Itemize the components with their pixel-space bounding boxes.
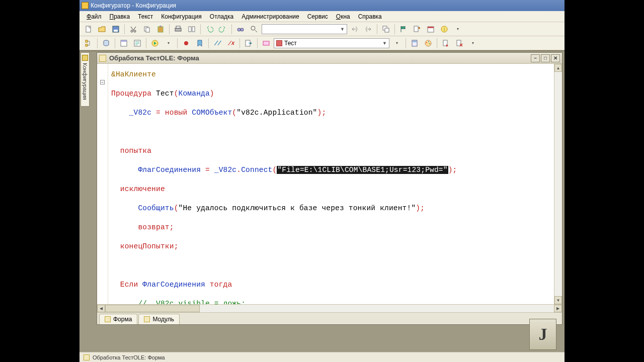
doc-x-icon <box>455 39 463 47</box>
svg-rect-20 <box>428 27 434 28</box>
app-icon <box>82 2 89 9</box>
find-button[interactable] <box>234 24 247 35</box>
help-dd-button[interactable]: ▾ <box>452 24 464 35</box>
open-button[interactable] <box>96 24 108 35</box>
maximize-button[interactable]: □ <box>541 54 550 62</box>
svg-rect-27 <box>121 40 127 42</box>
save-button[interactable] <box>110 24 122 35</box>
code-text: &НаКлиенте Процедура Тест(Команда) _V82c… <box>97 64 554 304</box>
proc-dd-button[interactable]: ▾ <box>391 38 403 49</box>
scroll-left-button[interactable]: ◀ <box>97 305 105 312</box>
separator <box>377 24 377 34</box>
svg-rect-10 <box>176 26 180 28</box>
tool-e-button[interactable]: ▾ <box>467 38 479 49</box>
update-db-button[interactable] <box>100 38 112 49</box>
hscroll-thumb[interactable] <box>105 305 200 312</box>
fold-toggle[interactable]: − <box>100 80 105 84</box>
nav-fwd-button[interactable] <box>362 24 374 35</box>
play-icon <box>151 39 159 47</box>
separator <box>437 38 437 48</box>
chevron-down-icon: ▾ <box>165 39 173 47</box>
close-button[interactable]: ✕ <box>551 54 560 62</box>
open-form-button[interactable] <box>118 38 130 49</box>
proc-icon <box>262 39 270 47</box>
scroll-track[interactable] <box>554 72 562 296</box>
copy-button[interactable] <box>141 24 153 35</box>
tab-module[interactable]: Модуль <box>138 314 180 324</box>
compare-button[interactable] <box>186 24 198 35</box>
proc-button[interactable] <box>260 38 272 49</box>
breakpoint-button[interactable] <box>180 38 192 49</box>
breakpoint-icon <box>182 39 190 47</box>
tool-c-button[interactable] <box>440 38 452 49</box>
paste-icon <box>156 25 165 33</box>
calendar-button[interactable] <box>425 24 437 35</box>
menubar: Файл Правка Текст Конфигурация Отладка А… <box>79 11 565 22</box>
inner-window: Обработка ТестOLE: Форма – □ ✕ − &НаКлие… <box>97 52 562 325</box>
tab-form-label: Форма <box>113 316 132 323</box>
cut-button[interactable] <box>127 24 139 35</box>
menu-edit[interactable]: Правка <box>107 12 133 21</box>
scroll-down-button[interactable]: ▼ <box>554 296 562 304</box>
syntax-check-button[interactable] <box>397 24 410 35</box>
doc-arrow-icon <box>442 39 450 47</box>
help-button[interactable]: i <box>438 24 450 35</box>
duplicate-button[interactable] <box>380 24 392 35</box>
svg-rect-24 <box>86 44 88 46</box>
svg-point-30 <box>184 41 188 45</box>
scroll-right-button[interactable]: ▶ <box>554 305 562 312</box>
vertical-scrollbar[interactable]: ▲ ▼ <box>554 64 562 304</box>
menu-admin[interactable]: Администрирование <box>238 12 302 21</box>
tool-a-button[interactable] <box>409 38 421 49</box>
svg-point-14 <box>240 28 244 31</box>
search-combo[interactable]: ▼ <box>262 24 347 34</box>
procedure-combo[interactable]: Тест ▼ <box>274 38 389 48</box>
menu-config[interactable]: Конфигурация <box>158 12 205 21</box>
svg-rect-23 <box>86 40 88 42</box>
toolbar-main: ▼ i ▾ <box>79 22 565 36</box>
new-file-button[interactable] <box>83 24 95 35</box>
print-button[interactable] <box>172 24 184 35</box>
run-debug-button[interactable] <box>149 38 161 49</box>
svg-rect-32 <box>263 41 269 45</box>
app-window: Конфигуратор - Конфигурация Файл Правка … <box>79 0 565 362</box>
uncomment-button[interactable]: /x <box>225 38 237 49</box>
tool-b-button[interactable] <box>422 38 434 49</box>
menu-debug[interactable]: Отладка <box>207 12 236 21</box>
tool-d-button[interactable] <box>453 38 465 49</box>
work-area: Конфигурация Обработка ТестOLE: Форма – … <box>79 50 565 352</box>
goto-button[interactable] <box>243 38 255 49</box>
undo-button[interactable] <box>203 24 215 35</box>
redo-button[interactable] <box>217 24 229 35</box>
statusbar: Обработка ТестOLE: Форма <box>79 352 565 362</box>
copy-icon <box>143 25 151 33</box>
config-tree-button[interactable] <box>83 38 95 49</box>
tab-form[interactable]: Форма <box>99 314 137 324</box>
zoom-button[interactable] <box>248 24 260 35</box>
open-module-button[interactable] <box>131 38 143 49</box>
svg-rect-6 <box>146 28 149 32</box>
code-container: − &НаКлиенте Процедура Тест(Команда) _V8… <box>97 64 562 304</box>
hscroll-track[interactable] <box>105 305 554 312</box>
paste-button[interactable] <box>154 24 167 35</box>
horizontal-scrollbar[interactable]: ◀ ▶ <box>97 304 562 312</box>
code-editor[interactable]: − &НаКлиенте Процедура Тест(Команда) _V8… <box>97 64 554 304</box>
scroll-up-button[interactable]: ▲ <box>554 64 562 72</box>
menu-windows[interactable]: Окна <box>333 12 353 21</box>
gutter: − <box>97 64 108 304</box>
menu-help[interactable]: Справка <box>355 12 385 21</box>
bookmark-button[interactable] <box>194 38 206 49</box>
menu-service[interactable]: Сервис <box>304 12 331 21</box>
book-arrow-icon <box>413 25 421 33</box>
run-dd-button[interactable]: ▾ <box>163 38 175 49</box>
svg-rect-0 <box>86 26 91 32</box>
config-sidebar-tab[interactable]: Конфигурация <box>80 52 90 107</box>
menu-file[interactable]: Файл <box>84 12 105 21</box>
form-icon <box>105 316 111 322</box>
menu-text[interactable]: Текст <box>135 12 156 21</box>
minimize-button[interactable]: – <box>531 54 540 62</box>
syntax-help-button[interactable] <box>411 24 423 35</box>
windows-icon <box>382 25 390 33</box>
nav-back-button[interactable] <box>349 24 361 35</box>
comment-button[interactable]: // <box>211 38 223 49</box>
